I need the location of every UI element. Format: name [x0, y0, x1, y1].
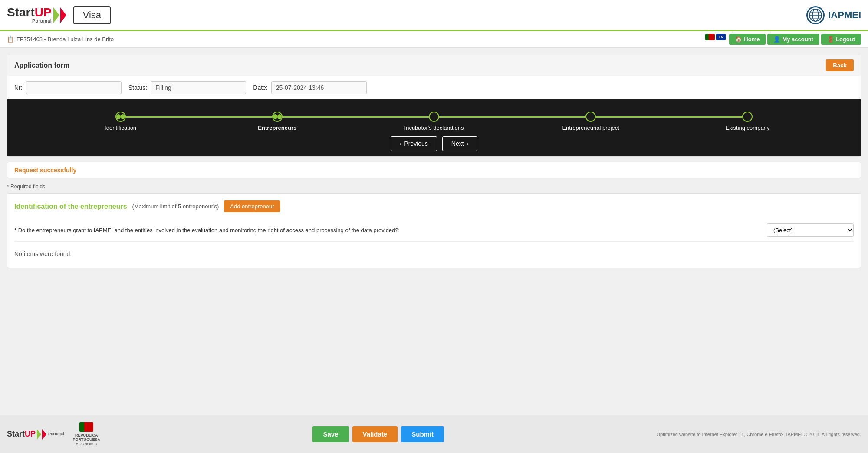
- steps-bar: Identification Entrepreneurs: [7, 99, 861, 156]
- footer-chevron-red: [42, 429, 46, 440]
- iapmei-globe-icon: [806, 6, 825, 24]
- rep-portuguesa-text: REPÚBLICAPORTUGUESAECONOMIA: [73, 433, 101, 446]
- logo-chevron-green: [53, 7, 59, 23]
- logo-portugal: Portugal: [7, 19, 52, 23]
- step-entrepreneurial[interactable]: Entrepreneurial project: [513, 112, 669, 131]
- rep-portuguesa-flag: [79, 422, 93, 432]
- my-account-button[interactable]: 👤 My account: [767, 34, 819, 45]
- step-circle-existing-company: [742, 112, 753, 122]
- header: StartUP Portugal Visa IAPMEI: [0, 0, 868, 31]
- breadcrumb-icon: 📋: [7, 36, 14, 43]
- date-input: [271, 81, 367, 94]
- entrepreneurs-subtitle: (Maximum limit of 5 entrepeneur's): [132, 203, 219, 210]
- home-button[interactable]: 🏠 Home: [729, 34, 766, 45]
- footer-logo-portugal: Portugal: [48, 432, 64, 437]
- status-input: [151, 81, 246, 94]
- question-text: * Do the entrepreneurs grant to IAPMEI a…: [14, 227, 760, 233]
- footer-logo-up: UP: [25, 430, 36, 439]
- question-row: * Do the entrepreneurs grant to IAPMEI a…: [14, 219, 854, 242]
- next-arrow-icon: ›: [467, 140, 469, 147]
- nr-input[interactable]: [26, 81, 122, 94]
- iapmei-logo: IAPMEI: [806, 6, 861, 24]
- header-left: StartUP Portugal Visa: [7, 6, 111, 24]
- entrepreneurs-header: Identification of the entrepreneurs (Max…: [14, 200, 854, 212]
- logo-chevron-red: [60, 7, 66, 23]
- status-group: Status:: [128, 81, 247, 94]
- person-icon: 👤: [773, 36, 780, 43]
- data-access-select[interactable]: (Select) Yes No: [767, 223, 854, 237]
- add-entrepreneur-button[interactable]: Add entrepreneur: [224, 200, 280, 212]
- entrepreneurs-card: Identification of the entrepreneurs (Max…: [7, 193, 861, 268]
- previous-button[interactable]: ‹ Previous: [391, 136, 437, 151]
- sub-header: 📋 FP751463 - Brenda Luiza Lins de Brito …: [0, 31, 868, 48]
- step-label-identification: Identification: [105, 125, 136, 131]
- rep-portuguesa-logo: REPÚBLICAPORTUGUESAECONOMIA: [73, 422, 101, 446]
- date-group: Date:: [253, 81, 366, 94]
- status-label: Status:: [128, 84, 148, 91]
- breadcrumb-text: FP751463 - Brenda Luiza Lins de Brito: [16, 36, 114, 43]
- nr-label: Nr:: [14, 84, 23, 91]
- steps-navigation: ‹ Previous Next ›: [25, 136, 843, 151]
- success-text: Request successfully: [14, 167, 76, 174]
- entrepreneurs-title: Identification of the entrepreneurs: [14, 203, 127, 210]
- validate-button[interactable]: Validate: [352, 426, 398, 442]
- step-circle-incubators: [429, 112, 439, 122]
- form-fields-row: Nr: Status: Date:: [7, 76, 861, 99]
- header-right: IAPMEI: [806, 6, 861, 24]
- step-label-existing-company: Existing company: [725, 125, 769, 131]
- logout-button[interactable]: 🚪 Logout: [821, 34, 861, 45]
- startup-logo: StartUP Portugal: [7, 7, 66, 23]
- save-button[interactable]: Save: [312, 426, 349, 442]
- prev-arrow-icon: ‹: [400, 140, 402, 147]
- flag-uk[interactable]: EN: [716, 34, 726, 40]
- home-icon: 🏠: [735, 36, 742, 43]
- step-incubators[interactable]: Incubator's declarations: [355, 112, 512, 131]
- footer-logo-start: Start: [7, 430, 25, 439]
- step-circle-entrepreneurs: [272, 112, 283, 122]
- main-content: Application form Back Nr: Status: Date:: [0, 48, 868, 275]
- step-circle-entrepreneurial: [585, 112, 596, 122]
- step-label-incubators: Incubator's declarations: [404, 125, 464, 131]
- step-existing-company[interactable]: Existing company: [669, 112, 826, 131]
- no-items-message: No items were found.: [14, 247, 854, 261]
- nr-group: Nr:: [14, 81, 122, 94]
- step-identification[interactable]: Identification: [42, 112, 199, 131]
- application-form-card: Application form Back Nr: Status: Date:: [7, 55, 861, 157]
- footer-chevron-green: [37, 429, 41, 440]
- required-fields-note: * Required fields: [7, 184, 861, 190]
- form-card-title: Application form: [14, 62, 69, 69]
- step-label-entrepreneurial: Entrepreneurial project: [562, 125, 619, 131]
- language-flags: EN: [705, 34, 726, 45]
- footer-startup-logo: StartUP Portugal: [7, 429, 64, 440]
- submit-button[interactable]: Submit: [401, 426, 444, 442]
- footer: StartUP Portugal REPÚBLICAPORTUGUESAECON…: [0, 415, 868, 453]
- logo-start: Start: [7, 6, 35, 19]
- footer-copyright: Optimized website to Internet Explorer 1…: [656, 432, 861, 437]
- step-circle-identification: [115, 112, 126, 122]
- footer-logos: StartUP Portugal REPÚBLICAPORTUGUESAECON…: [7, 422, 100, 446]
- logo-text: StartUP Portugal: [7, 7, 52, 23]
- top-nav-buttons: EN 🏠 Home 👤 My account 🚪 Logout: [705, 34, 861, 45]
- visa-badge: Visa: [73, 6, 111, 24]
- logo-up: UP: [35, 6, 52, 19]
- flag-pt[interactable]: [705, 34, 715, 40]
- next-button[interactable]: Next ›: [442, 136, 477, 151]
- form-card-header: Application form Back: [7, 55, 861, 76]
- step-entrepreneurs[interactable]: Entrepreneurs: [199, 112, 355, 131]
- step-label-entrepreneurs: Entrepreneurs: [258, 125, 296, 131]
- date-label: Date:: [253, 84, 267, 91]
- logout-icon: 🚪: [827, 36, 834, 43]
- iapmei-text: IAPMEI: [828, 10, 861, 21]
- breadcrumb: 📋 FP751463 - Brenda Luiza Lins de Brito: [7, 36, 114, 43]
- footer-actions: Save Validate Submit: [312, 426, 444, 442]
- success-message: Request successfully: [7, 162, 861, 178]
- back-button[interactable]: Back: [826, 59, 854, 71]
